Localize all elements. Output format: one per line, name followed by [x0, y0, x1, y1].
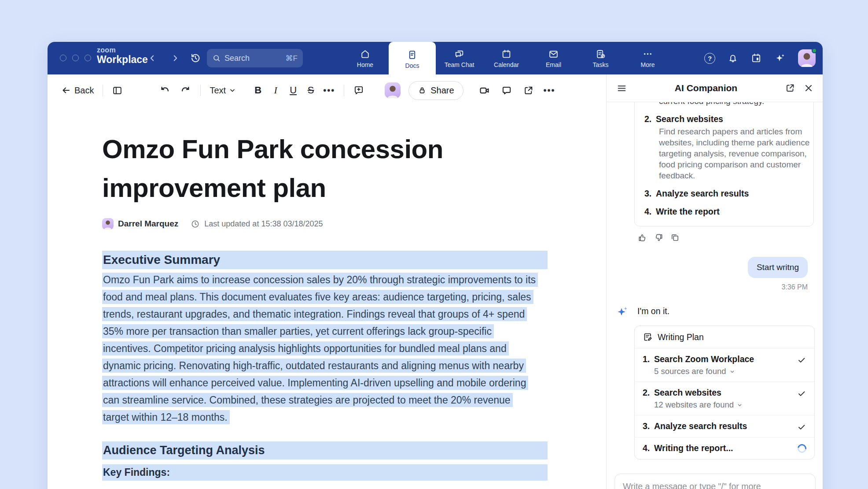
- more-icon: [642, 48, 653, 59]
- body-line: Omzo Fun Park aims to increase concessio…: [102, 272, 548, 289]
- loading-spinner: [796, 442, 808, 455]
- tab-team-chat[interactable]: Team Chat: [436, 42, 483, 74]
- close-icon[interactable]: [803, 83, 814, 93]
- copy-icon[interactable]: [670, 233, 680, 243]
- ai-message: I'm on it.: [615, 304, 815, 319]
- search-icon: [212, 54, 221, 63]
- chevron-down-icon: [729, 368, 736, 375]
- nav-forward-icon[interactable]: [170, 52, 180, 64]
- chat-scroll-area[interactable]: current food pricing strategy. 2.Search …: [607, 102, 823, 467]
- writing-plan-card: Writing Plan 1.Search Zoom Workplace 5 s…: [634, 326, 815, 459]
- logo-workplace: Workplace: [97, 54, 148, 65]
- collaborator-avatar[interactable]: [385, 82, 401, 98]
- author-avatar: [102, 218, 114, 230]
- underline-button[interactable]: U: [284, 85, 302, 96]
- add-comment-icon[interactable]: [353, 85, 364, 96]
- home-icon: [360, 48, 371, 59]
- nav-back-icon[interactable]: [147, 52, 157, 64]
- writing-plan-title: Writing Plan: [658, 332, 704, 342]
- plan-preview-item: 2.Search websites Find research papers a…: [644, 113, 805, 181]
- calendar-icon: [501, 48, 512, 59]
- italic-button[interactable]: I: [267, 85, 284, 96]
- writing-plan-icon: [643, 332, 653, 342]
- back-button[interactable]: Back: [61, 85, 94, 96]
- message-timestamp: 3:36 PM: [615, 283, 815, 291]
- share-button[interactable]: Share: [408, 81, 463, 100]
- tasks-icon: [595, 48, 606, 59]
- doc-toolbar: Back Text B I U: [48, 74, 606, 106]
- websites-expander[interactable]: 12 websites are found: [654, 400, 797, 410]
- history-icon[interactable]: [189, 52, 202, 64]
- panel-header: AI Companion: [607, 74, 823, 102]
- email-icon: [548, 48, 559, 59]
- document-canvas[interactable]: Omzo Fun Park concession improvement pla…: [48, 106, 606, 489]
- plan-preview-item: 3.Analyze search results: [644, 188, 805, 199]
- doc-title[interactable]: Omzo Fun Park concession improvement pla…: [102, 130, 551, 207]
- clock-icon: [191, 219, 200, 229]
- toggle-sidebar-icon[interactable]: [112, 85, 123, 96]
- tab-calendar[interactable]: Calendar: [483, 42, 530, 74]
- app-window: zoom Workplace Search ⌘F Home: [48, 42, 823, 489]
- pop-out-icon[interactable]: [785, 83, 795, 93]
- ai-sparkle-icon: [615, 304, 629, 319]
- plan-step: 4.Writing the report...: [635, 437, 814, 459]
- user-avatar[interactable]: [798, 49, 816, 67]
- check-icon: [797, 354, 806, 365]
- window-maximize-button[interactable]: [85, 55, 91, 61]
- plan-step: 3.Analyze search results: [635, 415, 814, 437]
- search-shortcut: ⌘F: [286, 54, 298, 63]
- presence-dot: [812, 48, 817, 53]
- window-close-button[interactable]: [60, 55, 66, 61]
- author-name[interactable]: Darrel Marquez: [118, 219, 178, 229]
- message-feedback: [637, 233, 815, 243]
- doc-byline: Darrel Marquez Last updated at 15:38 03/…: [102, 218, 606, 230]
- tab-email[interactable]: Email: [530, 42, 577, 74]
- tab-more[interactable]: More: [624, 42, 671, 74]
- open-external-icon[interactable]: [523, 85, 534, 96]
- notifications-bell-icon[interactable]: [727, 52, 739, 64]
- check-icon: [797, 387, 806, 398]
- message-composer[interactable]: Write a message or type "/" for more: [614, 474, 816, 489]
- user-message-bubble: Start writng: [748, 257, 808, 278]
- body-line: target within 12–18 months.: [102, 409, 548, 426]
- thumbs-up-icon[interactable]: [637, 233, 647, 243]
- help-icon[interactable]: ?: [704, 53, 715, 64]
- calendar-day-icon[interactable]: [750, 52, 762, 64]
- plan-step: 1.Search Zoom Workplace 5 sources are fo…: [635, 348, 814, 382]
- cutoff-line: current food pricing strategy.: [644, 102, 805, 107]
- tab-docs[interactable]: Docs: [389, 42, 436, 76]
- logo-zoom: zoom: [97, 47, 148, 54]
- bold-button[interactable]: B: [249, 85, 267, 96]
- more-formatting-icon[interactable]: •••: [323, 85, 335, 96]
- window-minimize-button[interactable]: [72, 55, 79, 61]
- ai-companion-sparkle-icon[interactable]: [774, 52, 786, 64]
- doc-content: Executive Summary Omzo Fun Park aims to …: [102, 251, 548, 481]
- top-navbar: zoom Workplace Search ⌘F Home: [48, 42, 823, 74]
- undo-icon[interactable]: [159, 85, 170, 96]
- body-line: food and meal plans. This document evalu…: [102, 289, 548, 306]
- body-line: attractions will enhance perceived value…: [102, 375, 548, 392]
- chat-icon[interactable]: [501, 85, 512, 96]
- document-area: Back Text B I U: [48, 74, 606, 489]
- body-line: trends, restaurant upgrades, and themati…: [102, 306, 548, 323]
- tab-home[interactable]: Home: [342, 42, 389, 74]
- plan-preview-item: 4.Write the report: [644, 206, 805, 217]
- ai-companion-panel: AI Companion current food pricing strate…: [606, 74, 823, 489]
- redo-icon[interactable]: [180, 85, 191, 96]
- plan-step: 2.Search websites 12 websites are found: [635, 382, 814, 415]
- thumbs-down-icon[interactable]: [654, 233, 664, 243]
- video-meeting-icon[interactable]: [478, 85, 490, 96]
- search-input[interactable]: Search ⌘F: [207, 49, 303, 67]
- text-style-dropdown[interactable]: Text: [210, 85, 236, 96]
- body-line: dynamic pricing. Renovating high-traffic…: [102, 358, 548, 375]
- panel-title: AI Companion: [627, 83, 785, 93]
- hamburger-menu-icon[interactable]: [616, 83, 627, 94]
- tab-tasks[interactable]: Tasks: [577, 42, 624, 74]
- strikethrough-button[interactable]: S: [302, 85, 320, 96]
- sources-expander[interactable]: 5 sources are found: [654, 367, 797, 376]
- body-line: can streamline service. Combined, these …: [102, 392, 548, 409]
- more-actions-icon[interactable]: •••: [544, 85, 555, 96]
- check-icon: [797, 421, 806, 432]
- window-controls[interactable]: [60, 55, 91, 61]
- heading-audience-targeting: Audience Targeting Analysis: [102, 441, 548, 459]
